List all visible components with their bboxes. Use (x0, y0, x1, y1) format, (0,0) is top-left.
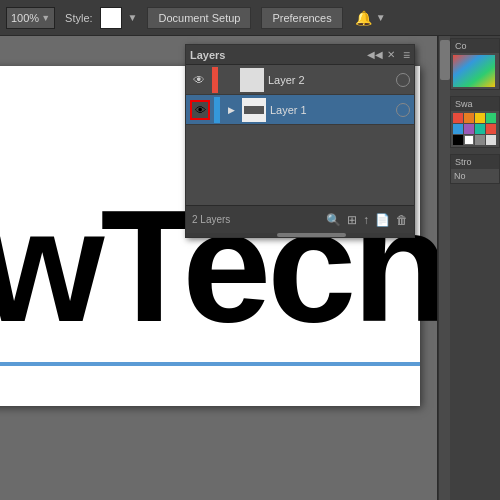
document-blue-line (0, 362, 420, 366)
zoom-dropdown-icon[interactable]: ▼ (41, 13, 50, 23)
swatch-4[interactable] (453, 124, 463, 134)
panel-column: Co Swa (450, 36, 500, 500)
swatch-7[interactable] (486, 124, 496, 134)
swatch-1[interactable] (464, 113, 474, 123)
swatch-0[interactable] (453, 113, 463, 123)
layers-empty-area (186, 125, 414, 205)
color-panel-label: Co (455, 41, 467, 51)
swatch-6[interactable] (475, 124, 485, 134)
main-area: wTech Layers ◀◀ ✕ ≡ 👁 (0, 36, 500, 500)
right-side: Co Swa (437, 36, 500, 500)
svg-rect-0 (240, 68, 264, 92)
style-label: Style: (65, 12, 93, 24)
layer2-color-bar (212, 67, 218, 93)
speaker-dropdown-icon[interactable]: ▼ (376, 12, 386, 23)
stroke-mini-panel: Stro No (450, 154, 500, 184)
stroke-panel-content: No (451, 169, 499, 183)
scrollbar-thumb (440, 40, 450, 80)
layer2-name: Layer 2 (268, 74, 392, 86)
layer2-circle[interactable] (396, 73, 410, 87)
layers-scroll-thumb (277, 233, 345, 237)
document-setup-button[interactable]: Document Setup (147, 7, 251, 29)
color-panel-content (451, 53, 499, 89)
layer1-color-bar (214, 97, 220, 123)
new-layer-btn-icon[interactable]: 📄 (375, 213, 390, 227)
layers-footer-icons: 🔍 ⊞ ↑ 📄 🗑 (326, 213, 408, 227)
swatch-10[interactable] (475, 135, 485, 145)
swatches-content (451, 111, 499, 147)
layers-panel-title: Layers (190, 49, 225, 61)
stroke-no-label: No (454, 171, 466, 181)
layers-panel: Layers ◀◀ ✕ ≡ 👁 Layer 2 (185, 44, 415, 238)
swatches-panel-label: Swa (455, 99, 473, 109)
swatch-3[interactable] (486, 113, 496, 123)
layer1-name: Layer 1 (270, 104, 392, 116)
speaker-icon[interactable]: 🔔 (355, 10, 372, 26)
search-icon[interactable]: 🔍 (326, 213, 341, 227)
layers-panel-controls: ◀◀ ✕ ≡ (367, 48, 410, 62)
right-scrollbar[interactable] (438, 36, 450, 500)
canvas-area: wTech Layers ◀◀ ✕ ≡ 👁 (0, 36, 437, 500)
layer2-expand[interactable] (222, 73, 236, 87)
move-to-icon[interactable]: ↑ (363, 213, 369, 227)
swatch-11[interactable] (486, 135, 496, 145)
layer-row-2[interactable]: 👁 Layer 2 (186, 65, 414, 95)
zoom-value: 100% (11, 12, 39, 24)
svg-rect-2 (244, 106, 264, 114)
layer1-circle[interactable] (396, 103, 410, 117)
swatches-panel-header: Swa (451, 97, 499, 111)
layer1-expand[interactable]: ▶ (224, 103, 238, 117)
stroke-panel-header: Stro (451, 155, 499, 169)
layer1-visibility-eye-box[interactable]: 👁 (190, 100, 210, 120)
swatch-2[interactable] (475, 113, 485, 123)
layers-footer: 2 Layers 🔍 ⊞ ↑ 📄 🗑 (186, 205, 414, 233)
swatch-5[interactable] (464, 124, 474, 134)
color-gradient (453, 55, 495, 87)
color-mini-panel: Co (450, 38, 500, 90)
layers-menu-icon[interactable]: ≡ (403, 48, 410, 62)
layers-panel-titlebar: Layers ◀◀ ✕ ≡ (186, 45, 414, 65)
layers-scroll-bar[interactable] (186, 233, 414, 237)
stroke-panel-label: Stro (455, 157, 472, 167)
layer2-thumbnail (240, 68, 264, 92)
layer1-thumbnail (242, 98, 266, 122)
zoom-control[interactable]: 100% ▼ (6, 7, 55, 29)
preferences-button[interactable]: Preferences (261, 7, 342, 29)
style-dropdown-icon[interactable]: ▼ (128, 12, 138, 23)
color-panel-header: Co (451, 39, 499, 53)
layer2-visibility-eye[interactable]: 👁 (190, 71, 208, 89)
swatch-9[interactable] (464, 135, 474, 145)
layers-count: 2 Layers (192, 214, 230, 225)
main-toolbar: 100% ▼ Style: ▼ Document Setup Preferenc… (0, 0, 500, 36)
layers-close-btn[interactable]: ✕ (387, 49, 395, 60)
new-layer-icon[interactable]: ⊞ (347, 213, 357, 227)
style-color-box[interactable] (100, 7, 122, 29)
layer-row-1[interactable]: 👁 ▶ Layer 1 (186, 95, 414, 125)
swatch-8[interactable] (453, 135, 463, 145)
delete-layer-icon[interactable]: 🗑 (396, 213, 408, 227)
layers-collapse-btn[interactable]: ◀◀ (367, 49, 383, 60)
swatches-mini-panel: Swa (450, 96, 500, 148)
layer1-eye-icon: 👁 (195, 104, 206, 116)
